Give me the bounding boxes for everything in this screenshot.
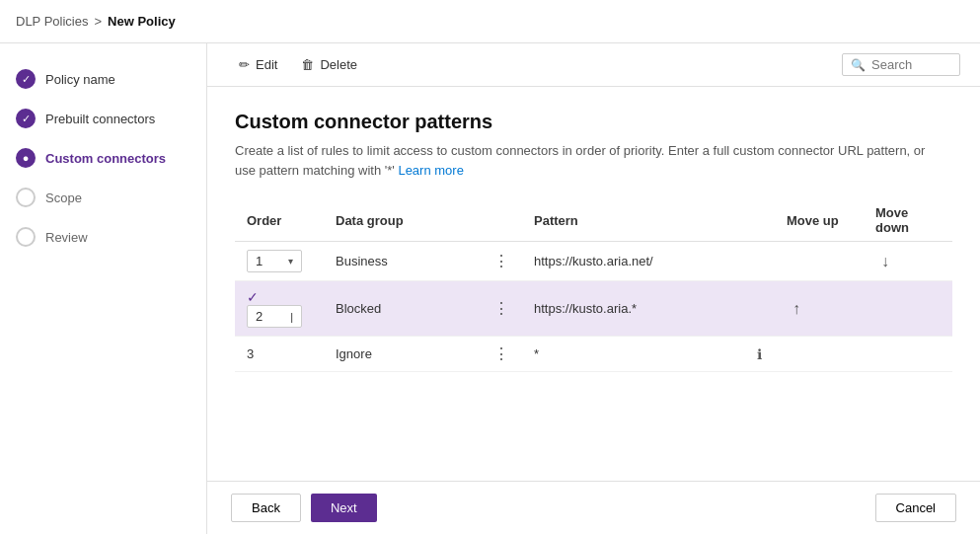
breadcrumb: DLP Policies > New Policy bbox=[16, 14, 176, 29]
connector-table: Order Data group Pattern Move up Move do… bbox=[235, 199, 952, 372]
col-dots-2 bbox=[745, 199, 775, 242]
cell-data-group: Ignore bbox=[324, 337, 482, 372]
cell-order: ✓ 2 | bbox=[235, 281, 324, 337]
content-toolbar: ✏ Edit 🗑 Delete 🔍 bbox=[207, 43, 980, 87]
cell-move-down bbox=[864, 281, 952, 337]
cell-order: 3 bbox=[235, 337, 324, 372]
sidebar-item-scope[interactable]: Scope bbox=[0, 178, 206, 217]
col-order: Order bbox=[235, 199, 324, 242]
footer-left: Back Next bbox=[231, 494, 377, 522]
cell-move-down: ↓ bbox=[864, 242, 952, 281]
cell-info: ℹ bbox=[745, 337, 775, 372]
search-box[interactable]: 🔍 bbox=[842, 53, 960, 76]
cell-order: 1 ▾ bbox=[235, 242, 324, 281]
breadcrumb-sep: > bbox=[94, 14, 102, 29]
dots-menu-icon[interactable]: ⋮ bbox=[493, 253, 510, 269]
step-icon-review bbox=[16, 227, 36, 247]
delete-label: Delete bbox=[320, 57, 357, 72]
step-icon-policy-name: ✓ bbox=[16, 69, 36, 89]
check-icon: ✓ bbox=[247, 289, 259, 305]
sidebar-item-prebuilt-connectors[interactable]: ✓ Prebuilt connectors bbox=[0, 99, 206, 138]
sidebar-label-scope: Scope bbox=[45, 191, 82, 205]
chevron-down-icon: ▾ bbox=[288, 256, 293, 267]
cell-move-down bbox=[864, 337, 952, 372]
page-desc-text: Create a list of rules to limit access t… bbox=[235, 143, 925, 178]
page-title: Custom connector patterns bbox=[235, 111, 952, 133]
col-pattern: Pattern bbox=[522, 199, 745, 242]
footer: Back Next Cancel bbox=[207, 481, 980, 534]
page-content: Custom connector patterns Create a list … bbox=[207, 87, 980, 481]
col-data-group: Data group bbox=[324, 199, 482, 242]
sidebar-label-prebuilt: Prebuilt connectors bbox=[45, 112, 155, 126]
back-button[interactable]: Back bbox=[231, 494, 301, 522]
col-move-down: Move down bbox=[864, 199, 952, 242]
delete-icon: 🗑 bbox=[301, 57, 314, 72]
cell-dots-menu[interactable]: ⋮ bbox=[482, 281, 522, 337]
sidebar-label-custom: Custom connectors bbox=[45, 151, 166, 166]
sidebar-item-review[interactable]: Review bbox=[0, 217, 206, 257]
page-description: Create a list of rules to limit access t… bbox=[235, 141, 926, 180]
info-icon: ℹ bbox=[757, 346, 762, 362]
table-header-row: Order Data group Pattern Move up Move do… bbox=[235, 199, 952, 242]
cancel-button[interactable]: Cancel bbox=[875, 494, 956, 522]
sidebar-label-review: Review bbox=[45, 230, 88, 245]
cell-pattern: https://kusto.aria.net/ bbox=[522, 242, 745, 281]
table-row[interactable]: ✓ 2 | Blocked⋮https://kusto.aria.*↑ bbox=[235, 281, 952, 337]
breadcrumb-parent[interactable]: DLP Policies bbox=[16, 14, 88, 29]
step-icon-scope bbox=[16, 188, 36, 207]
sidebar-item-policy-name[interactable]: ✓ Policy name bbox=[0, 59, 206, 99]
main-layout: ✓ Policy name ✓ Prebuilt connectors ● Cu… bbox=[0, 43, 980, 534]
move-up-button[interactable]: ↑ bbox=[787, 298, 806, 320]
step-icon-prebuilt: ✓ bbox=[16, 109, 36, 128]
main-content: ✏ Edit 🗑 Delete 🔍 Custom connector patte… bbox=[207, 43, 980, 534]
edit-icon: ✏ bbox=[239, 57, 250, 72]
search-icon: 🔍 bbox=[851, 58, 866, 72]
cell-pattern: https://kusto.aria.* bbox=[522, 281, 745, 337]
breadcrumb-current: New Policy bbox=[108, 14, 176, 29]
learn-more-link[interactable]: Learn more bbox=[398, 163, 463, 178]
order-num: 3 bbox=[247, 346, 254, 361]
col-dots-1 bbox=[482, 199, 522, 242]
sidebar: ✓ Policy name ✓ Prebuilt connectors ● Cu… bbox=[0, 43, 207, 534]
order-num: 1 bbox=[256, 254, 263, 268]
search-input[interactable] bbox=[871, 57, 951, 72]
order-dropdown[interactable]: 2 | bbox=[247, 305, 302, 328]
next-button[interactable]: Next bbox=[311, 494, 377, 522]
edit-label: Edit bbox=[256, 57, 277, 72]
cell-move-up bbox=[775, 242, 864, 281]
col-move-up: Move up bbox=[775, 199, 864, 242]
cell-data-group: Business bbox=[324, 242, 482, 281]
sidebar-label-policy-name: Policy name bbox=[45, 72, 115, 87]
move-down-button[interactable]: ↓ bbox=[875, 251, 895, 272]
dots-menu-icon[interactable]: ⋮ bbox=[493, 345, 510, 362]
cell-info bbox=[745, 281, 775, 337]
table-row[interactable]: 3Ignore⋮*ℹ bbox=[235, 337, 952, 372]
order-edit-icon[interactable]: | bbox=[290, 311, 293, 323]
table-row[interactable]: 1 ▾ Business⋮https://kusto.aria.net/↓ bbox=[235, 242, 952, 281]
delete-button[interactable]: 🗑 Delete bbox=[289, 53, 369, 76]
edit-button[interactable]: ✏ Edit bbox=[227, 53, 289, 76]
cell-info bbox=[745, 242, 775, 281]
step-icon-custom: ● bbox=[16, 148, 36, 168]
cell-data-group: Blocked bbox=[324, 281, 482, 337]
cell-move-up bbox=[775, 337, 864, 372]
cell-dots-menu[interactable]: ⋮ bbox=[482, 242, 522, 281]
top-bar: DLP Policies > New Policy bbox=[0, 0, 980, 43]
order-dropdown[interactable]: 1 ▾ bbox=[247, 250, 302, 272]
cell-move-up: ↑ bbox=[775, 281, 864, 337]
dots-menu-icon[interactable]: ⋮ bbox=[493, 300, 510, 317]
order-num: 2 bbox=[256, 309, 263, 324]
cell-dots-menu[interactable]: ⋮ bbox=[482, 337, 522, 372]
cell-pattern: * bbox=[522, 337, 745, 372]
sidebar-item-custom-connectors[interactable]: ● Custom connectors bbox=[0, 138, 206, 178]
